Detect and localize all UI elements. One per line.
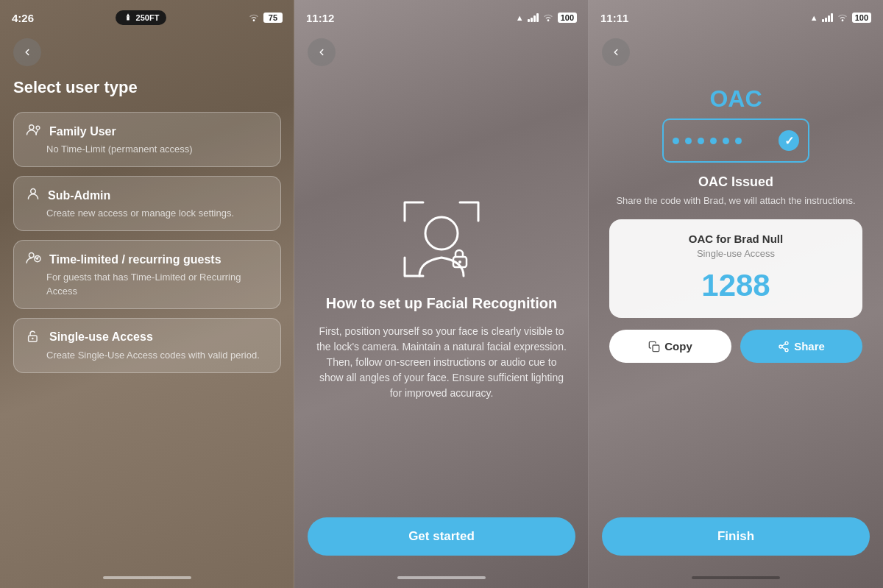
wifi-icon-2 — [542, 13, 554, 24]
oac-code-card: OAC for Brad Null Single-use Access 1288 — [609, 219, 862, 318]
home-bar-1 — [103, 576, 191, 579]
family-user-card[interactable]: Family User No Time-Limit (permanent acc… — [13, 112, 281, 167]
svg-rect-0 — [127, 17, 130, 21]
signal-bars-2 — [528, 13, 539, 22]
single-use-icon — [26, 329, 42, 346]
status-icons-1: 75 — [248, 13, 283, 24]
oac-title: OAC — [709, 85, 762, 113]
wifi-icon-3 — [837, 13, 848, 24]
back-button-3[interactable] — [602, 38, 630, 66]
single-use-card[interactable]: Single-use Access Create Single-Use Acce… — [13, 318, 281, 373]
share-button[interactable]: Share — [740, 330, 862, 363]
oac-dot-6 — [735, 138, 742, 144]
phone-panel-1: 4:26 250FT 75 Select user — [0, 0, 294, 588]
panel1-title: Select user type — [13, 78, 281, 97]
status-icons-3: ▲ 100 — [810, 13, 871, 24]
signal-bar-3-3 — [828, 15, 830, 22]
signal-bars-3 — [822, 13, 833, 22]
status-bar-2: 11:12 ▲ 100 — [294, 0, 589, 32]
oac-action-buttons: Copy Share — [609, 330, 862, 363]
signal-bar-1 — [528, 19, 530, 22]
sub-admin-title: Sub-Admin — [48, 189, 110, 202]
svg-point-2 — [36, 126, 40, 130]
location-icon-3: ▲ — [810, 13, 818, 22]
svg-point-9 — [425, 217, 458, 249]
svg-point-11 — [458, 261, 461, 263]
panel2-content: How to set up Facial Recognition First, … — [294, 32, 589, 567]
oac-issued-desc: Share the code with Brad, we will attach… — [616, 194, 855, 208]
signal-bar-3-2 — [825, 18, 827, 22]
oac-code-subtitle: Single-use Access — [697, 248, 775, 259]
phone-panel-2: 11:12 ▲ 100 — [294, 0, 589, 588]
single-use-title: Single-use Access — [49, 330, 153, 344]
time-limited-card[interactable]: Time-limited / recurring guests For gues… — [13, 240, 281, 308]
share-icon — [778, 341, 790, 353]
signal-bar-3 — [533, 15, 536, 22]
sub-admin-card[interactable]: Sub-Admin Create new access or manage lo… — [13, 176, 281, 231]
family-user-header: Family User — [26, 123, 269, 140]
nav-pill: 250FT — [116, 10, 167, 25]
copy-button[interactable]: Copy — [609, 330, 731, 363]
svg-point-3 — [31, 189, 36, 194]
signal-bar-4 — [536, 13, 539, 22]
oac-dots — [673, 138, 742, 144]
facial-container: How to set up Facial Recognition First, … — [308, 78, 575, 517]
home-indicator-2 — [294, 567, 589, 588]
back-button-1[interactable] — [13, 38, 41, 66]
status-bar-1: 4:26 250FT 75 — [0, 0, 294, 32]
oac-code-number: 1288 — [701, 268, 770, 303]
phone-panel-3: 11:11 ▲ 100 — [589, 0, 883, 588]
home-bar-3 — [692, 576, 780, 579]
panel1-content: Select user type Family User No Time-Lim… — [0, 32, 294, 567]
location-icon-2: ▲ — [516, 13, 524, 22]
oac-code-title: OAC for Brad Null — [689, 233, 783, 245]
battery-icon-3: 100 — [852, 13, 871, 23]
svg-rect-12 — [653, 345, 659, 352]
facial-desc: First, position yourself so your face is… — [315, 324, 568, 401]
status-icons-2: ▲ 100 — [516, 13, 577, 24]
get-started-button[interactable]: Get started — [308, 517, 575, 556]
home-indicator-3 — [589, 567, 883, 588]
status-time-2: 11:12 — [306, 12, 334, 24]
time-limited-header: Time-limited / recurring guests — [26, 251, 269, 268]
home-indicator-1 — [0, 567, 294, 588]
finish-button[interactable]: Finish — [602, 517, 870, 556]
battery-icon-1: 75 — [263, 13, 283, 23]
wifi-icon-1 — [248, 13, 260, 24]
family-user-icon — [26, 123, 42, 140]
battery-icon-2: 100 — [558, 13, 577, 23]
oac-container: OAC ✓ OAC Issued Share the code with Bra… — [602, 78, 870, 517]
facial-scan-icon — [397, 195, 486, 283]
facial-title: How to set up Facial Recognition — [326, 295, 557, 312]
oac-dot-1 — [673, 138, 679, 144]
status-time-3: 11:11 — [600, 12, 628, 24]
status-time-1: 4:26 — [12, 12, 34, 24]
family-user-title: Family User — [49, 125, 116, 138]
signal-bar-3-4 — [831, 13, 833, 22]
svg-point-4 — [29, 253, 34, 258]
time-limited-title: Time-limited / recurring guests — [49, 253, 221, 266]
svg-point-8 — [32, 338, 33, 339]
sub-admin-header: Sub-Admin — [26, 187, 269, 204]
oac-check-circle: ✓ — [779, 130, 799, 151]
single-use-header: Single-use Access — [26, 329, 269, 346]
single-use-subtitle: Create Single-Use Access codes with vali… — [26, 349, 269, 362]
oac-issued-title: OAC Issued — [698, 174, 773, 190]
oac-dot-3 — [698, 138, 704, 144]
oac-card-visual: ✓ — [662, 118, 809, 163]
signal-bar-2 — [531, 18, 533, 22]
nav-arrow-icon — [123, 13, 133, 23]
copy-icon — [648, 341, 660, 353]
panel3-content: OAC ✓ OAC Issued Share the code with Bra… — [589, 32, 883, 567]
time-limited-subtitle: For guests that has Time-Limited or Recu… — [26, 271, 269, 297]
signal-bar-3-1 — [822, 19, 824, 22]
back-button-2[interactable] — [308, 38, 336, 66]
svg-point-1 — [29, 125, 34, 130]
status-bar-3: 11:11 ▲ 100 — [589, 0, 883, 32]
home-bar-2 — [397, 576, 486, 579]
sub-admin-subtitle: Create new access or manage lock setting… — [26, 207, 269, 220]
sub-admin-icon — [26, 187, 40, 204]
family-user-subtitle: No Time-Limit (permanent access) — [26, 143, 269, 156]
time-limited-icon — [26, 251, 42, 268]
oac-dot-5 — [723, 138, 729, 144]
